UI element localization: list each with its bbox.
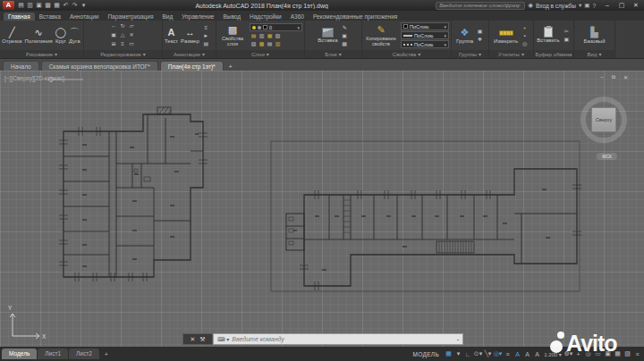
copy-clip-icon[interactable]: ▣ [563, 36, 571, 43]
panel-properties-label[interactable]: Свойства▾ [362, 50, 451, 58]
app-menu-button[interactable]: A [3, 1, 14, 10]
lineweight-select[interactable]: ПоСлою ▾ [401, 31, 449, 39]
save-icon[interactable]: ▣ [35, 2, 43, 9]
grid-toggle-icon[interactable]: ▦ [444, 350, 453, 357]
layer-tool-icon[interactable]: ▧ [274, 32, 282, 39]
file-tab-benches[interactable]: Скамья корзина велопарковка ИТОГ* [41, 61, 158, 71]
annotation-visibility-icon[interactable]: A [513, 351, 522, 357]
group-button[interactable]: ❖ Группа [456, 27, 473, 45]
tab-insert[interactable]: Вставка [35, 13, 65, 21]
base-view-button[interactable]: ▙ Базовый [583, 27, 605, 45]
layer-tool-icon[interactable]: ▥ [274, 40, 282, 47]
model-space-label[interactable]: МОДЕЛЬ [413, 351, 439, 357]
panel-draw-label[interactable]: Рисование▾ [0, 50, 83, 58]
redo-icon[interactable]: ↷ [71, 2, 79, 9]
isodraft-icon[interactable]: ╲▾ [483, 350, 493, 357]
edit-block-icon[interactable]: ✎ [341, 24, 349, 31]
layout-tab-model[interactable]: Модель [2, 348, 37, 359]
search-icon[interactable]: ◉ [528, 2, 533, 9]
viewcube[interactable]: Сверху [578, 94, 630, 146]
command-close-icon[interactable]: ✕ [190, 336, 195, 343]
offset-icon[interactable]: ≡ [119, 40, 127, 47]
layer-properties-button[interactable]: ▩ Свойства слоя [218, 24, 247, 47]
line-tool[interactable]: ╱ Отрезок [2, 27, 22, 45]
maximize-button[interactable]: ▢ [618, 2, 625, 9]
match-properties-button[interactable]: ✎ Копирование свойств [364, 24, 398, 47]
lineweight-toggle-icon[interactable]: ≡ [503, 351, 513, 357]
help-icon[interactable]: ? [592, 3, 596, 9]
measure-button[interactable]: Измерить [494, 27, 518, 45]
layer-tool-icon[interactable]: ▨ [250, 40, 258, 47]
quick-calc-icon[interactable]: + [521, 24, 529, 31]
trim-icon[interactable]: ▱ [128, 22, 136, 29]
viewport-controls[interactable]: [−][Сверху][2D-каркас] [4, 75, 64, 81]
layer-tool-icon[interactable]: ▦ [266, 32, 274, 39]
dimension-tool[interactable]: ↔ Размер [181, 27, 199, 45]
tab-home[interactable]: Главная [4, 13, 35, 21]
new-drawing-tab-button[interactable]: + [225, 62, 236, 71]
erase-icon[interactable]: ✕ [128, 31, 136, 38]
move-icon[interactable]: ↔ [110, 22, 118, 29]
mirror-icon[interactable]: △ [119, 31, 127, 38]
layer-tool-icon[interactable]: ▤ [266, 40, 274, 47]
drawing-canvas[interactable]: X Y [−][Сверху][2D-каркас] − ⧉ ✕ Сверху … [0, 71, 644, 347]
new-file-icon[interactable]: ▤ [17, 2, 25, 9]
panel-view-label[interactable]: Вид▾ [574, 50, 614, 58]
tab-annotate[interactable]: Аннотации [65, 13, 104, 21]
keyboard-icon[interactable]: ⌨ ▾ [217, 336, 229, 342]
arc-tool[interactable]: ⌒ Дуга [69, 27, 80, 45]
layer-select[interactable]: 0 ▾ [250, 23, 302, 31]
ortho-toggle-icon[interactable]: ∟ [463, 351, 473, 357]
save-as-icon[interactable]: ▩ [44, 2, 52, 9]
new-layout-button[interactable]: + [100, 349, 113, 359]
cut-icon[interactable]: ✂ [563, 28, 571, 35]
file-tab-plan[interactable]: План(4я стр 1эт)* [160, 61, 224, 71]
linetype-select[interactable]: ПоСлою ▾ [401, 40, 449, 48]
paste-button[interactable]: Вставить [537, 27, 559, 44]
undo-icon[interactable]: ↶ [62, 2, 70, 9]
panel-modify-label[interactable]: Редактирование▾ [84, 50, 162, 58]
layer-tool-icon[interactable]: ▥ [258, 32, 266, 39]
panel-layers-label[interactable]: Слои▾ [216, 50, 304, 58]
text-tool[interactable]: A Текст [165, 27, 178, 45]
object-color-select[interactable]: ПоСлою ▾ [401, 22, 449, 30]
array-icon[interactable]: ⊞ [110, 40, 118, 47]
tab-a360[interactable]: A360 [286, 13, 309, 21]
layer-tool-icon[interactable]: ▩ [258, 40, 266, 47]
tab-output[interactable]: Вывод [218, 13, 245, 21]
copy-icon[interactable]: ▣ [110, 31, 118, 38]
markup-icon[interactable]: ▤ [202, 40, 210, 47]
panel-block-label[interactable]: Блок▾ [305, 50, 361, 58]
layout-tab-sheet2[interactable]: Лист2 [69, 348, 99, 359]
command-input[interactable]: ⌨ ▾ Введите команду ▪ [213, 333, 463, 345]
wcs-dropdown[interactable]: МСК [597, 153, 617, 160]
sign-in-caret-icon[interactable]: ▾ [579, 2, 581, 9]
leader-icon[interactable]: ≡ [202, 24, 210, 31]
help-search-input[interactable]: Введите ключевое слово/фразу [436, 2, 525, 10]
ungroup-icon[interactable]: ▣ [476, 28, 484, 35]
block-attributes-icon[interactable]: ▦ [341, 40, 349, 47]
rotate-icon[interactable]: ↻ [119, 22, 127, 29]
group-edit-icon[interactable]: ❖ [476, 36, 484, 43]
tab-parametric[interactable]: Параметризация [103, 13, 157, 21]
layout-tab-sheet1[interactable]: Лист1 [38, 348, 68, 359]
id-point-icon[interactable]: ▪ [521, 32, 529, 39]
polar-tracking-icon[interactable]: ⊙▾ [473, 350, 483, 357]
tab-addins[interactable]: Надстройки [245, 13, 286, 21]
minimize-button[interactable]: – [604, 2, 611, 9]
file-tab-start[interactable]: Начало [3, 61, 39, 71]
annotation-scale-icon[interactable]: A [532, 351, 542, 357]
viewport-minimize-icon[interactable]: − [600, 74, 604, 80]
tab-view[interactable]: Вид [158, 13, 178, 21]
stretch-icon[interactable]: ▭ [128, 40, 136, 47]
autoscale-icon[interactable]: A [522, 351, 532, 357]
tab-manage[interactable]: Управление [177, 13, 218, 21]
command-customize-icon[interactable]: ⚒ [199, 336, 205, 343]
snap-dropdown-icon[interactable]: ▾ [453, 350, 463, 357]
object-snap-icon[interactable]: ◎▾ [493, 350, 503, 357]
close-button[interactable]: ✕ [632, 2, 640, 9]
command-options-icon[interactable]: ▪ [457, 337, 459, 342]
layer-tool-icon[interactable]: ▤ [250, 32, 258, 39]
circle-tool[interactable]: ◯ Круг [55, 27, 66, 45]
insert-block-button[interactable]: Вставка [318, 28, 337, 44]
